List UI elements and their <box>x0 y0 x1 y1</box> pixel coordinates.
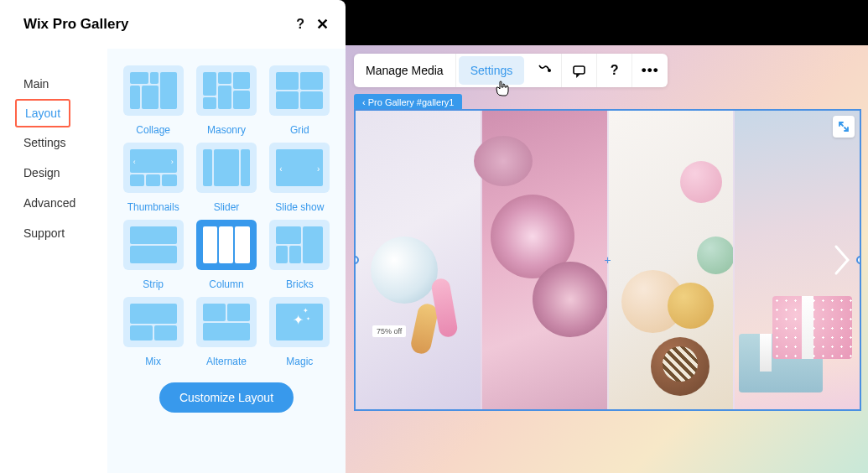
layout-option-grid[interactable]: Grid <box>268 65 332 136</box>
more-options-icon[interactable]: ••• <box>632 54 668 87</box>
settings-button[interactable]: Settings <box>459 56 525 85</box>
layout-label: Alternate <box>206 356 247 367</box>
panel-sidebar: Main Layout Settings Design Advanced Sup… <box>0 49 107 473</box>
panel-title: Wix Pro Gallery <box>23 16 129 33</box>
layout-label: Mix <box>145 356 161 367</box>
manage-media-button[interactable]: Manage Media <box>354 54 456 87</box>
layout-option-slideshow[interactable]: ‹ › Slide show <box>268 143 332 213</box>
chat-icon[interactable] <box>562 54 597 87</box>
sidebar-item-support[interactable]: Support <box>0 218 107 248</box>
close-icon[interactable]: ✕ <box>316 15 329 34</box>
sidebar-item-advanced[interactable]: Advanced <box>0 188 107 218</box>
layout-option-bricks[interactable]: Bricks <box>268 220 332 290</box>
element-toolbar: Manage Media Settings ? ••• <box>354 54 668 87</box>
resize-handle-right[interactable] <box>856 256 861 264</box>
layout-label: Slide show <box>275 201 324 213</box>
layout-label: Magic <box>286 356 313 367</box>
gallery-next-arrow[interactable] <box>833 243 853 277</box>
sidebar-item-settings[interactable]: Settings <box>0 127 107 158</box>
layout-option-strip[interactable]: Strip <box>121 220 185 290</box>
layout-label: Column <box>209 278 243 290</box>
gallery-settings-panel: Wix Pro Gallery ? ✕ Main Layout Settings… <box>0 0 346 473</box>
customize-layout-button[interactable]: Customize Layout <box>159 382 294 413</box>
panel-body: Main Layout Settings Design Advanced Sup… <box>0 49 346 473</box>
layout-option-mix[interactable]: Mix <box>121 297 185 367</box>
element-breadcrumb[interactable]: ‹ Pro Gallery #gallery1 <box>354 94 462 111</box>
gallery-column-2 <box>481 111 607 409</box>
layout-label: Bricks <box>286 278 314 290</box>
help-icon[interactable]: ? <box>597 54 632 87</box>
layout-option-masonry[interactable]: Masonry <box>194 65 258 136</box>
layout-option-column[interactable]: Column <box>194 220 258 290</box>
panel-content: Collage Masonry <box>107 49 346 473</box>
layout-label: Strip <box>143 278 164 290</box>
sale-badge: 75% off <box>372 325 406 337</box>
layout-option-alternate[interactable]: Alternate <box>194 297 258 367</box>
gallery-column-1: 75% off <box>356 111 481 409</box>
layout-label: Slider <box>214 201 240 213</box>
help-icon[interactable]: ? <box>296 17 304 32</box>
svg-rect-1 <box>574 66 585 74</box>
layout-option-magic[interactable]: ✦ ✦ ✦ Magic <box>268 297 332 367</box>
expand-icon[interactable] <box>833 116 855 138</box>
layout-label: Thumbnails <box>127 201 179 213</box>
pro-gallery-element[interactable]: 75% off + <box>354 109 861 411</box>
sidebar-item-layout[interactable]: Layout <box>15 99 70 127</box>
sidebar-item-main[interactable]: Main <box>0 69 107 99</box>
layout-label: Grid <box>290 124 309 136</box>
animation-icon[interactable] <box>527 54 562 87</box>
layout-label: Masonry <box>207 124 246 136</box>
sidebar-item-design[interactable]: Design <box>0 158 107 188</box>
editor-canvas: Manage Media Settings ? ••• ‹ Pro Galler… <box>346 45 868 473</box>
panel-header-actions: ? ✕ <box>296 15 329 34</box>
panel-header: Wix Pro Gallery ? ✕ <box>0 0 346 49</box>
center-add-marker[interactable]: + <box>604 253 611 267</box>
svg-point-0 <box>548 69 551 72</box>
layout-options-grid: Collage Masonry <box>121 65 332 367</box>
gallery-column-3 <box>607 111 734 409</box>
layout-label: Collage <box>136 124 170 136</box>
layout-option-slider[interactable]: Slider <box>194 143 258 213</box>
editor-top-bar <box>346 0 868 45</box>
layout-option-thumbnails[interactable]: ‹ › Thumbnails <box>121 143 185 213</box>
layout-option-collage[interactable]: Collage <box>121 65 185 136</box>
